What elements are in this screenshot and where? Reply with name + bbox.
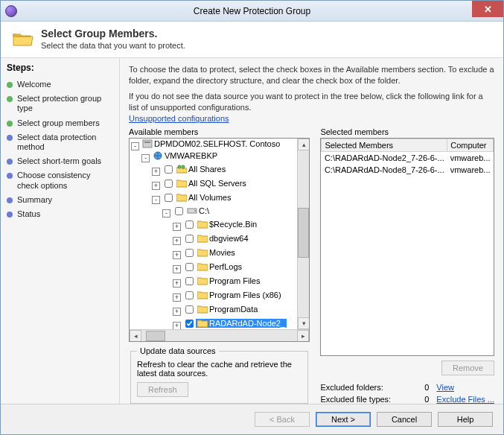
selected-members-label: Selected members	[320, 127, 494, 136]
excluded-types-label: Excluded file types:	[320, 395, 417, 404]
table-row[interactable]: C:\RADARdAD-Node8_7-26-6-...vmwareb...	[322, 164, 494, 176]
steps-sidebar: Steps: WelcomeSelect protection group ty…	[1, 58, 120, 404]
tree-node-folder[interactable]: Movies	[196, 248, 237, 257]
tree-label: Program Files	[209, 276, 260, 285]
tree-node-drive[interactable]: C:\	[185, 206, 211, 215]
remove-button[interactable]: Remove	[441, 361, 494, 375]
step-label: Select short-term goals	[17, 156, 101, 166]
tree-node-volumes[interactable]: All Volumes	[175, 193, 232, 202]
refresh-button[interactable]: Refresh	[137, 382, 188, 397]
tree-node-folder[interactable]: RADARdAD-Node2_	[196, 319, 287, 328]
unsupported-config-link[interactable]: Unsupported configurations	[129, 114, 229, 123]
tree-checkbox[interactable]	[185, 220, 194, 229]
tree-label: PerfLogs	[209, 262, 242, 271]
step-item: Status	[7, 207, 113, 221]
tree-checkbox[interactable]	[185, 291, 194, 299]
tree-checkbox[interactable]	[185, 235, 194, 243]
tree-node-sql[interactable]: All SQL Servers	[175, 179, 248, 188]
scroll-left-icon[interactable]: ◂	[130, 330, 141, 342]
next-button[interactable]: Next >	[316, 412, 371, 427]
excluded-folders-view-link[interactable]: View	[436, 383, 494, 392]
expand-icon[interactable]: +	[173, 308, 181, 316]
wizard-footer: < Back Next > Cancel Help	[1, 404, 503, 434]
tree-checkbox[interactable]	[165, 180, 173, 188]
expand-icon[interactable]: +	[152, 182, 160, 190]
cell-computer: vmwareb...	[447, 152, 494, 165]
expand-icon[interactable]: +	[173, 237, 181, 245]
svg-point-3	[178, 165, 181, 168]
tree-node-shares[interactable]: All Shares	[175, 165, 227, 174]
cell-member: C:\RADARdAD-Node2_7-26-6-...	[322, 152, 447, 165]
tree-checkbox[interactable]	[185, 305, 194, 314]
page-header: Select Group Members. Select the data th…	[1, 22, 503, 58]
collapse-icon[interactable]: -	[162, 209, 170, 218]
tree-label: C:\	[199, 206, 209, 215]
tree-node-folder[interactable]: $Recycle.Bin	[196, 220, 258, 229]
tree-horizontal-scrollbar[interactable]: ◂ ▸	[130, 329, 309, 341]
expand-icon[interactable]: +	[173, 293, 181, 302]
tree-node-domain[interactable]: DPMDOM02.SELFHOST. Contoso	[141, 139, 281, 148]
exclude-files-link[interactable]: Exclude Files ...	[436, 395, 494, 404]
tree-checkbox[interactable]	[165, 165, 173, 174]
col-computer[interactable]: Computer	[447, 139, 494, 152]
tree-node-folder[interactable]: Program Files	[196, 276, 261, 285]
tree-checkbox[interactable]	[185, 263, 194, 271]
expand-icon[interactable]: +	[173, 251, 181, 259]
step-label: Summary	[17, 195, 52, 205]
update-data-sources-legend: Update data sources	[137, 346, 219, 355]
close-icon: ✕	[484, 4, 492, 15]
step-item: Choose consistency check options	[7, 168, 113, 192]
page-title: Select Group Members.	[41, 28, 185, 39]
tree-label: $Recycle.Bin	[209, 220, 257, 229]
tree-node-folder[interactable]: ProgramData	[196, 305, 259, 314]
tree-label: All Shares	[188, 165, 226, 174]
expand-icon[interactable]: +	[173, 265, 181, 273]
intro-text-2: If you do not see the data source you wa…	[129, 91, 494, 113]
wizard-window: Create New Protection Group ✕ Select Gro…	[0, 0, 504, 435]
col-selected-members[interactable]: Selected Members	[322, 139, 447, 152]
tree-checkbox[interactable]	[185, 249, 194, 257]
excluded-folders-count: 0	[424, 383, 429, 392]
tree-node-folder[interactable]: Program Files (x86)	[196, 290, 283, 299]
back-button[interactable]: < Back	[255, 412, 310, 427]
available-members-label: Available members	[129, 127, 310, 136]
expand-icon[interactable]: +	[173, 322, 181, 329]
tree-label: Program Files (x86)	[209, 290, 281, 299]
svg-point-4	[182, 165, 185, 168]
help-button[interactable]: Help	[438, 412, 493, 427]
cancel-button[interactable]: Cancel	[377, 412, 432, 427]
expand-icon[interactable]: +	[152, 168, 160, 176]
expand-icon[interactable]: +	[173, 223, 181, 231]
tree-node-server[interactable]: VMWAREBKP	[151, 151, 219, 160]
scroll-down-icon[interactable]: ▾	[298, 317, 310, 329]
tree-checkbox[interactable]	[175, 207, 183, 215]
step-label: Select data protection method	[17, 133, 113, 152]
tree-node-folder[interactable]: dbgview64	[196, 234, 250, 243]
tree-checkbox[interactable]	[165, 194, 173, 202]
collapse-icon[interactable]: -	[152, 196, 160, 204]
svg-rect-1	[144, 142, 150, 143]
step-item: Summary	[7, 193, 113, 207]
collapse-icon[interactable]: -	[141, 154, 150, 162]
table-row[interactable]: C:\RADARdAD-Node2_7-26-6-...vmwareb...	[322, 152, 494, 165]
tree-label: All SQL Servers	[188, 179, 246, 188]
tree-node-folder[interactable]: PerfLogs	[196, 262, 243, 271]
window-title: Create New Protection Group	[1, 6, 503, 16]
page-subtitle: Select the data that you want to protect…	[41, 41, 185, 50]
selected-members-list[interactable]: Selected Members Computer C:\RADARdAD-No…	[320, 138, 494, 356]
close-button[interactable]: ✕	[472, 1, 503, 17]
scroll-right-icon[interactable]: ▸	[297, 330, 309, 342]
tree-label: Movies	[209, 248, 235, 257]
step-label: Status	[17, 209, 40, 219]
excluded-folders-label: Excluded folders:	[320, 383, 417, 392]
tree-checkbox[interactable]	[185, 277, 194, 285]
tree-vertical-scrollbar[interactable]: ▴ ▾	[297, 139, 309, 329]
collapse-icon[interactable]: -	[131, 142, 139, 150]
expand-icon[interactable]: +	[173, 279, 181, 288]
tree-checkbox[interactable]	[185, 320, 194, 328]
available-members-tree[interactable]: -DPMDOM02.SELFHOST. Contoso-VMWAREBKP+Al…	[129, 138, 310, 342]
scroll-up-icon[interactable]: ▴	[298, 139, 310, 150]
update-data-sources-hint: Refresh to clear the cache and retrieve …	[137, 360, 302, 378]
intro-text-1: To choose the data to protect, select th…	[129, 64, 494, 86]
step-item: Select data protection method	[7, 130, 113, 154]
